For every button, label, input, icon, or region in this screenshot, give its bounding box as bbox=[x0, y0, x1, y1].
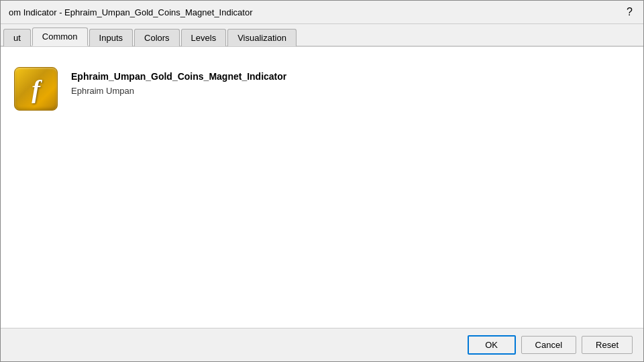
tab-colors[interactable]: Colors bbox=[134, 29, 180, 46]
tab-content-common: f Ephraim_Umpan_Gold_Coins_Magnet_Indica… bbox=[1, 47, 643, 328]
ok-button[interactable]: OK bbox=[468, 335, 516, 355]
button-bar: OK Cancel Reset bbox=[1, 328, 643, 361]
title-bar: om Indicator - Ephraim_Umpan_Gold_Coins_… bbox=[1, 1, 643, 24]
tab-inputs[interactable]: Inputs bbox=[89, 29, 133, 46]
tab-about[interactable]: ut bbox=[3, 29, 31, 46]
tab-levels[interactable]: Levels bbox=[181, 29, 227, 46]
window-title: om Indicator - Ephraim_Umpan_Gold_Coins_… bbox=[9, 7, 252, 17]
tab-visualization[interactable]: Visualization bbox=[227, 29, 297, 46]
help-button[interactable]: ? bbox=[624, 6, 635, 18]
content-spacer bbox=[14, 117, 630, 314]
dialog-window: om Indicator - Ephraim_Umpan_Gold_Coins_… bbox=[0, 0, 644, 362]
indicator-info: f Ephraim_Umpan_Gold_Coins_Magnet_Indica… bbox=[14, 60, 630, 117]
indicator-name: Ephraim_Umpan_Gold_Coins_Magnet_Indicato… bbox=[71, 71, 286, 82]
indicator-icon: f bbox=[14, 67, 58, 111]
indicator-author: Ephraim Umpan bbox=[71, 86, 286, 96]
reset-button[interactable]: Reset bbox=[582, 336, 633, 354]
tab-common[interactable]: Common bbox=[32, 27, 88, 46]
cancel-button[interactable]: Cancel bbox=[521, 336, 576, 354]
tab-bar: ut Common Inputs Colors Levels Visualiza… bbox=[1, 24, 643, 47]
indicator-text-block: Ephraim_Umpan_Gold_Coins_Magnet_Indicato… bbox=[71, 67, 286, 96]
icon-letter: f bbox=[32, 76, 40, 102]
